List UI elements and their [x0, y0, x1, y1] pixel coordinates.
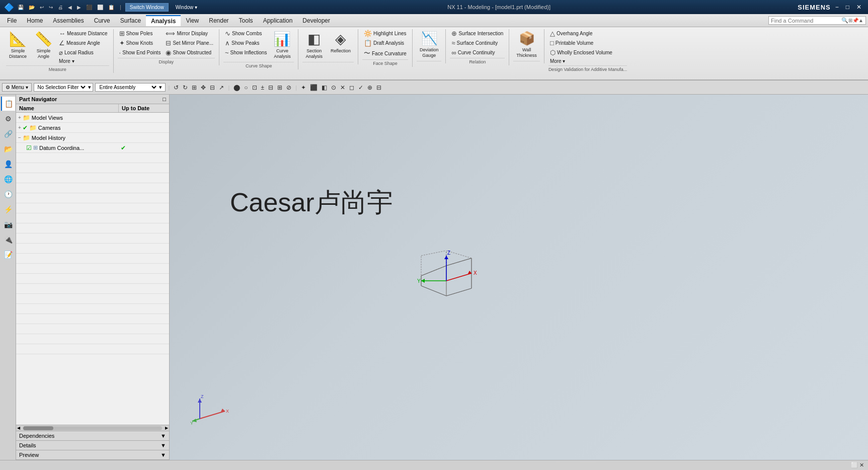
menu-dropdown-btn[interactable]: ⚙ Menu ▾ — [2, 83, 32, 92]
cmd-edit2[interactable]: ⬛ — [309, 84, 319, 92]
overhang-angle-btn[interactable]: △ Overhang Angle — [548, 29, 614, 38]
assembly-nav-icon[interactable]: ⚙ — [1, 112, 15, 126]
deviation-gauge-btn[interactable]: 📉 DeviationGauge — [417, 29, 442, 60]
show-end-points-btn[interactable]: · Show End Points — [118, 48, 163, 57]
quick-misc3[interactable]: 📋 — [107, 4, 116, 11]
selection-filter[interactable]: No Selection Filter ▾ — [34, 83, 93, 92]
expand-model-history-icon[interactable]: − — [18, 135, 21, 140]
cmd-edit6[interactable]: ◻ — [348, 84, 355, 92]
printable-volume-btn[interactable]: □ Printable Volume — [548, 39, 614, 47]
script-icon[interactable]: 📝 — [1, 248, 15, 262]
part-navigator-icon[interactable]: 📋 — [1, 97, 15, 111]
quick-misc1[interactable]: ⬛ — [85, 4, 94, 11]
cmd-edit9[interactable]: ⊟ — [375, 84, 382, 92]
quick-save[interactable]: 💾 — [16, 4, 25, 11]
menu-analysis[interactable]: Analysis — [146, 15, 181, 26]
menu-view[interactable]: View — [181, 16, 204, 26]
nav-col-name-header[interactable]: Name — [16, 104, 119, 112]
wall-thickness-btn[interactable]: 📦 WallThickness — [513, 29, 540, 60]
scroll-thumb[interactable] — [23, 426, 53, 430]
history-icon[interactable]: 🕐 — [1, 187, 15, 201]
roles-icon[interactable]: 👤 — [1, 157, 15, 171]
status-icon2[interactable]: ✕ — [859, 462, 864, 468]
quick-back[interactable]: ◀ — [66, 4, 73, 11]
cmd-tool5[interactable]: ⊟ — [267, 84, 274, 92]
nav-horizontal-scrollbar[interactable]: ◀ ▶ — [16, 425, 169, 431]
process-icon[interactable]: ⚡ — [1, 202, 15, 216]
constraints-icon[interactable]: 🔗 — [1, 127, 15, 141]
menu-developer[interactable]: Developer — [297, 16, 335, 26]
reflection-btn[interactable]: ◈ Reflection — [328, 29, 354, 55]
draft-analysis-btn[interactable]: 📋 Draft Analysis — [362, 39, 408, 47]
cmd-tool7[interactable]: ⊘ — [285, 84, 292, 92]
find-command-input[interactable] — [771, 18, 841, 24]
switch-window-button[interactable]: Switch Window — [125, 3, 169, 12]
camera-icon[interactable]: 📷 — [1, 217, 15, 231]
show-inflections-btn[interactable]: ~ Show Inflections — [223, 48, 268, 57]
set-mirror-plane-btn[interactable]: ⊟ Set Mirror Plane... — [164, 39, 215, 47]
show-poles-btn[interactable]: ⊞ Show Poles — [118, 29, 163, 38]
minimize-button[interactable]: − — [833, 3, 841, 12]
preview-section[interactable]: Preview ▼ — [16, 450, 169, 460]
scroll-right-arrow[interactable]: ▶ — [164, 426, 169, 430]
simple-distance-btn[interactable]: 📐 SimpleDistance — [6, 29, 30, 61]
maximize-button[interactable]: □ — [843, 3, 852, 12]
cmd-select-btn[interactable]: ↗ — [218, 84, 225, 92]
menu-minimize-icon[interactable]: ▲ — [858, 18, 863, 23]
details-section[interactable]: Details ▼ — [16, 441, 169, 450]
window-button[interactable]: Window ▾ — [173, 4, 200, 11]
cmd-zoom-btn[interactable]: ⊞ — [191, 84, 198, 92]
cmd-tool2[interactable]: ○ — [243, 84, 249, 92]
quick-forward[interactable]: ▶ — [75, 4, 83, 11]
show-obstructed-btn[interactable]: ◉ Show Obstructed — [164, 48, 215, 57]
cmd-snap-btn[interactable]: ⊟ — [209, 84, 216, 92]
layers-icon[interactable]: 📂 — [1, 142, 15, 156]
cmd-edit8[interactable]: ⊕ — [366, 84, 373, 92]
face-curvature-btn[interactable]: 〜 Face Curvature — [362, 48, 408, 58]
cmd-edit5[interactable]: ✕ — [339, 84, 346, 92]
cmd-tool6[interactable]: ⊞ — [276, 84, 283, 92]
viewport[interactable]: Caesar卢尚宇 — [170, 95, 868, 460]
design-more-btn[interactable]: More ▾ — [548, 58, 614, 64]
measure-angle-btn[interactable]: ∠ Measure Angle — [57, 39, 109, 47]
cmd-edit7[interactable]: ✓ — [357, 84, 364, 92]
expand-cameras-icon[interactable]: + — [18, 125, 21, 130]
cmd-tool3[interactable]: ⊡ — [251, 84, 258, 92]
measure-distance-btn[interactable]: ↔ Measure Distance — [57, 29, 109, 38]
curve-continuity-btn[interactable]: ∞ Curve Continuity — [450, 48, 505, 57]
cmd-tool1[interactable]: ⬤ — [232, 84, 241, 92]
nav-maximize-icon[interactable]: □ — [163, 96, 166, 102]
menu-render[interactable]: Render — [204, 16, 233, 26]
quick-open[interactable]: 📂 — [27, 4, 36, 11]
menu-tools[interactable]: Tools — [234, 16, 258, 26]
measure-more-btn[interactable]: More ▾ — [57, 58, 109, 64]
cmd-rotate-btn[interactable]: ↺ — [173, 84, 180, 92]
menu-assemblies[interactable]: Assemblies — [48, 16, 89, 26]
curve-analysis-btn[interactable]: 📊 CurveAnalysis — [270, 29, 294, 61]
quick-undo-icon[interactable]: ↩ — [38, 4, 45, 11]
surface-continuity-btn[interactable]: ≈ Surface Continuity — [450, 39, 505, 47]
close-button[interactable]: ✕ — [854, 3, 864, 12]
show-peaks-btn[interactable]: ∧ Show Peaks — [223, 39, 268, 47]
cmd-edit4[interactable]: ⊙ — [330, 84, 337, 92]
status-icon1[interactable]: ⬜ — [851, 462, 858, 468]
nav-col-date-header[interactable]: Up to Date — [119, 104, 169, 112]
nav-row-model-views[interactable]: + 📁 Model Views — [16, 113, 169, 123]
nav-row-cameras[interactable]: + ✔ 📁 Cameras — [16, 123, 169, 133]
menu-application[interactable]: Application — [258, 16, 298, 26]
web-icon[interactable]: 🌐 — [1, 172, 15, 186]
cmd-edit3[interactable]: ◧ — [321, 84, 328, 92]
nav-row-model-history[interactable]: − 📁 Model History — [16, 133, 169, 143]
selection-filter-select[interactable]: No Selection Filter — [36, 84, 87, 91]
show-combs-btn[interactable]: ∿ Show Combs — [223, 29, 268, 38]
menu-curve[interactable]: Curve — [89, 16, 115, 26]
cmd-edit1[interactable]: ✦ — [300, 84, 307, 92]
cmd-pan-btn[interactable]: ✥ — [200, 84, 207, 92]
highlight-lines-btn[interactable]: 🔆 Highlight Lines — [362, 29, 408, 38]
menu-pin-icon[interactable]: 📌 — [852, 18, 858, 23]
nav-row-datum-coord[interactable]: ☑ ⊞ Datum Coordina... ✔ — [16, 143, 169, 153]
quick-misc2[interactable]: ⬜ — [96, 4, 105, 11]
menu-surface[interactable]: Surface — [115, 16, 146, 26]
wholly-enclosed-btn[interactable]: ⬡ Wholly Enclosed Volume — [548, 48, 614, 57]
scroll-left-arrow[interactable]: ◀ — [16, 426, 21, 430]
